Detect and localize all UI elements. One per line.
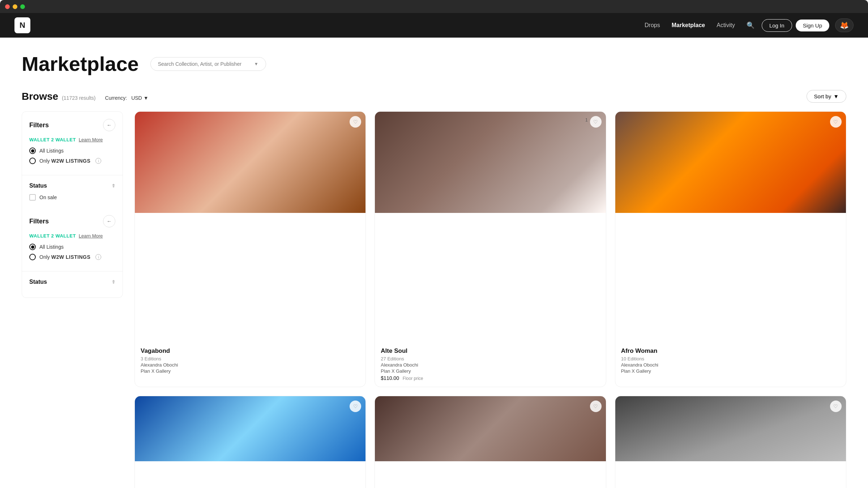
currency-chevron-icon: ▼ xyxy=(144,95,149,101)
all-listings-label-2: All Listings xyxy=(39,244,64,250)
radio-w2w-listings-2[interactable] xyxy=(29,254,36,260)
nft-card-afro-woman[interactable]: ♡ Afro Woman 10 Editions Alexandra Oboch… xyxy=(615,111,846,387)
nft-card-body-afro-woman: Afro Woman 10 Editions Alexandra Obochi … xyxy=(615,342,846,381)
card-gallery-alte-soul: Plan X Gallery xyxy=(381,368,600,374)
all-listings-label-1: All Listings xyxy=(39,148,64,154)
info-icon-1[interactable]: i xyxy=(95,158,101,164)
traffic-light-minimize[interactable] xyxy=(13,4,17,9)
on-sale-label-1: On sale xyxy=(39,194,57,200)
status-section-2: Status ⇧ xyxy=(22,271,123,297)
card-editions-afro-woman: 10 Editions xyxy=(621,356,840,361)
w2w-row-1: WaLLet 2 WaLLET Learn More xyxy=(29,137,115,142)
wallet2wallet-label-2: WaLLet 2 WaLLET xyxy=(29,233,76,239)
nft-card-bottom-1[interactable]: ♡ xyxy=(134,396,366,488)
nft-card-image-afro-woman: ♡ xyxy=(615,112,846,342)
filters-header-2: Filters ← xyxy=(29,215,115,227)
main-content: Marketplace ▼ Browse (11723 results) Cur… xyxy=(0,38,868,488)
like-button-afro-woman[interactable]: ♡ xyxy=(830,116,842,128)
sort-button[interactable]: Sort by ▼ xyxy=(807,90,846,103)
currency-selector[interactable]: Currency: USD ▼ xyxy=(105,95,149,101)
back-icon-button-2[interactable]: ← xyxy=(103,215,115,227)
traffic-light-fullscreen[interactable] xyxy=(20,4,25,9)
status-title-1: Status xyxy=(29,183,47,189)
radio-all-listings-1[interactable] xyxy=(29,147,36,154)
w2w-listings-option-2[interactable]: Only W2W LISTINGS i xyxy=(29,254,115,260)
learn-more-link-1[interactable]: Learn More xyxy=(79,137,103,142)
card-artist-afro-woman: Alexandra Obochi xyxy=(621,362,840,368)
search-bar[interactable]: ▼ xyxy=(150,57,266,71)
login-button[interactable]: Log In xyxy=(762,19,792,32)
nft-card-body-vagabond: Vagabond 3 Editions Alexandra Obochi Pla… xyxy=(135,342,365,381)
nav-logo[interactable]: N xyxy=(14,17,30,33)
card-title-vagabond: Vagabond xyxy=(141,347,360,355)
card-price-alte-soul: $110.00 Floor price xyxy=(381,375,600,381)
card-image-placeholder-vagabond xyxy=(135,112,365,213)
floor-label-alte-soul: Floor price xyxy=(403,376,423,381)
status-chevron-icon-2[interactable]: ⇧ xyxy=(112,279,115,284)
status-chevron-icon-1[interactable]: ⇧ xyxy=(112,183,115,188)
page-header: Marketplace ▼ xyxy=(22,52,846,76)
radio-w2w-listings-1[interactable] xyxy=(29,158,36,164)
w2w-row-2: WaLLet 2 WaLLET Learn More xyxy=(29,233,115,239)
signup-button[interactable]: Sign Up xyxy=(796,20,829,31)
like-button-bottom-2[interactable]: ♡ xyxy=(590,401,602,412)
page-title: Marketplace xyxy=(22,52,139,76)
w2w-listings-label-2: Only W2W LISTINGS xyxy=(39,254,90,260)
sort-label: Sort by xyxy=(814,93,831,99)
all-listings-option-2[interactable]: All Listings xyxy=(29,244,115,250)
content-area: Filters ← WaLLet 2 WaLLET Learn More All… xyxy=(22,111,846,488)
window-chrome xyxy=(0,0,868,13)
search-input[interactable] xyxy=(158,61,251,67)
currency-label: Currency: xyxy=(105,95,127,101)
all-listings-option-1[interactable]: All Listings xyxy=(29,147,115,154)
card-editions-alte-soul: 27 Editions xyxy=(381,356,600,361)
card-editions-vagabond: 3 Editions xyxy=(141,356,360,361)
filters-title-2: Filters xyxy=(29,218,49,225)
filters-title-1: Filters xyxy=(29,121,49,129)
sort-chevron-icon: ▼ xyxy=(833,93,839,99)
card-image-placeholder-bottom-3 xyxy=(615,396,846,461)
sidebar: Filters ← WaLLet 2 WaLLET Learn More All… xyxy=(22,111,123,299)
nav-link-drops[interactable]: Drops xyxy=(645,22,660,29)
nav-link-activity[interactable]: Activity xyxy=(717,22,735,29)
wallet-button[interactable]: 🦊 xyxy=(835,18,854,32)
card-image-placeholder-alte-soul xyxy=(375,112,606,213)
nft-card-alte-soul[interactable]: 1 ♡ Alte Soul 27 Editions Alexandra Oboc… xyxy=(375,111,606,387)
search-icon[interactable]: 🔍 xyxy=(747,21,754,29)
status-section-1: Status ⇧ On sale xyxy=(22,175,123,208)
like-button-alte-soul[interactable]: ♡ xyxy=(590,116,602,128)
on-sale-checkbox-1[interactable] xyxy=(29,194,36,201)
learn-more-link-2[interactable]: Learn More xyxy=(79,233,103,239)
nft-card-body-alte-soul: Alte Soul 27 Editions Alexandra Obochi P… xyxy=(375,342,606,387)
nft-card-image-vagabond: ♡ xyxy=(135,112,365,342)
sidebar-inner: Filters ← WaLLet 2 WaLLET Learn More All… xyxy=(22,111,123,298)
w2w-listings-option-1[interactable]: Only W2W LISTINGS i xyxy=(29,158,115,164)
nft-card-vagabond[interactable]: ♡ Vagabond 3 Editions Alexandra Obochi P… xyxy=(134,111,366,387)
radio-all-listings-2[interactable] xyxy=(29,244,36,250)
filters-header-1: Filters ← xyxy=(29,119,115,131)
cards-section: ♡ Vagabond 3 Editions Alexandra Obochi P… xyxy=(134,111,846,488)
nft-card-bottom-2[interactable]: ♡ xyxy=(375,396,606,488)
browse-title: Browse xyxy=(22,91,58,102)
navbar: N Drops Marketplace Activity 🔍 Log In Si… xyxy=(0,13,868,38)
nft-card-bottom-3[interactable]: ♡ xyxy=(615,396,846,488)
status-title-2: Status xyxy=(29,279,47,285)
traffic-light-close[interactable] xyxy=(5,4,10,9)
nav-link-marketplace[interactable]: Marketplace xyxy=(672,22,705,29)
filters-panel-2: Filters ← WaLLet 2 WaLLET Learn More All… xyxy=(22,208,123,271)
status-header-1: Status ⇧ xyxy=(29,183,115,189)
currency-value: USD xyxy=(131,95,142,101)
card-gallery-afro-woman: Plan X Gallery xyxy=(621,368,840,374)
nft-card-image-bottom-1: ♡ xyxy=(135,396,365,488)
nav-links: Drops Marketplace Activity xyxy=(645,22,735,29)
nft-card-image-bottom-2: ♡ xyxy=(375,396,606,488)
card-artist-alte-soul: Alexandra Obochi xyxy=(381,362,600,368)
back-icon-button-1[interactable]: ← xyxy=(103,119,115,131)
browse-title-row: Browse (11723 results) Currency: USD ▼ xyxy=(22,91,149,102)
info-icon-2[interactable]: i xyxy=(95,254,101,260)
card-image-placeholder-afro-woman xyxy=(615,112,846,213)
card-gallery-vagabond: Plan X Gallery xyxy=(141,368,360,374)
nft-card-image-bottom-3: ♡ xyxy=(615,396,846,488)
card-title-alte-soul: Alte Soul xyxy=(381,347,600,355)
on-sale-option-1[interactable]: On sale xyxy=(29,194,115,201)
